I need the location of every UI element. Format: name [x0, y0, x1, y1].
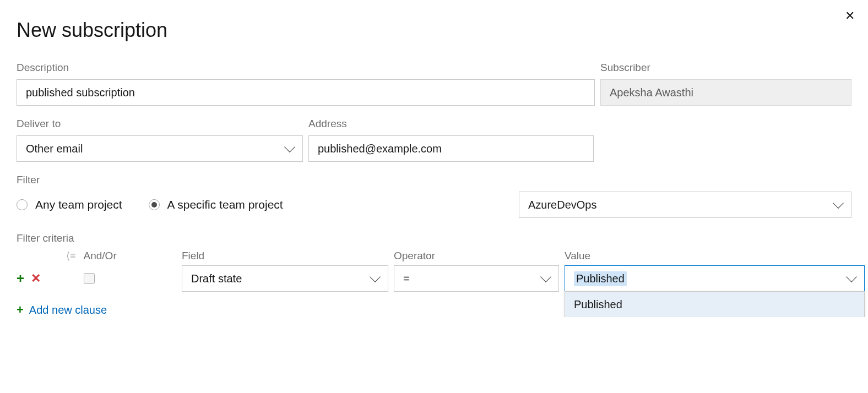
project-select-value: AzureDevOps [528, 199, 597, 211]
subscriber-label: Subscriber [600, 62, 851, 74]
address-label: Address [308, 118, 594, 130]
col-operator: Operator [394, 250, 559, 262]
address-input[interactable] [308, 135, 594, 162]
chevron-down-icon [540, 271, 551, 282]
field-select-value: Draft state [191, 272, 242, 285]
col-andor: And/Or [84, 250, 117, 262]
andor-checkbox[interactable] [84, 273, 95, 284]
description-label: Description [17, 62, 595, 74]
close-icon[interactable]: ✕ [845, 9, 855, 23]
dropdown-option-published[interactable]: Published [565, 292, 864, 317]
field-select[interactable]: Draft state [182, 265, 388, 292]
dialog-title: New subscription [17, 19, 167, 42]
col-field: Field [182, 250, 388, 262]
operator-select[interactable]: = [394, 265, 559, 292]
radio-any-project[interactable]: Any team project [17, 198, 122, 211]
radio-any-project-label: Any team project [35, 198, 122, 211]
value-select[interactable]: Published Published Draft [565, 265, 865, 292]
deliver-to-select[interactable]: Other email [17, 135, 303, 162]
plus-icon: + [17, 303, 24, 317]
deliver-to-value: Other email [26, 143, 83, 155]
group-icon: ⟨≡ [66, 250, 76, 262]
radio-specific-project-label: A specific team project [167, 198, 283, 211]
col-value: Value [565, 250, 865, 262]
project-select[interactable]: AzureDevOps [519, 192, 851, 218]
add-new-clause-label: Add new clause [29, 304, 107, 316]
radio-icon-unselected [17, 199, 28, 210]
chevron-down-icon [370, 271, 381, 282]
radio-icon-selected [149, 199, 160, 210]
chevron-down-icon [284, 141, 295, 152]
radio-specific-project[interactable]: A specific team project [149, 198, 283, 211]
value-select-value: Published [574, 271, 627, 286]
chevron-down-icon [833, 198, 844, 209]
chevron-down-icon [846, 271, 857, 282]
filter-label: Filter [17, 174, 851, 186]
deliver-to-label: Deliver to [17, 118, 303, 130]
plus-icon[interactable]: + [17, 271, 24, 286]
operator-select-value: = [403, 272, 410, 285]
remove-icon[interactable]: ✕ [31, 271, 41, 286]
filter-criteria-label: Filter criteria [17, 232, 851, 244]
value-dropdown: Published Draft [565, 291, 865, 317]
subscriber-readonly: Apeksha Awasthi [600, 79, 851, 106]
description-input[interactable] [17, 79, 595, 106]
